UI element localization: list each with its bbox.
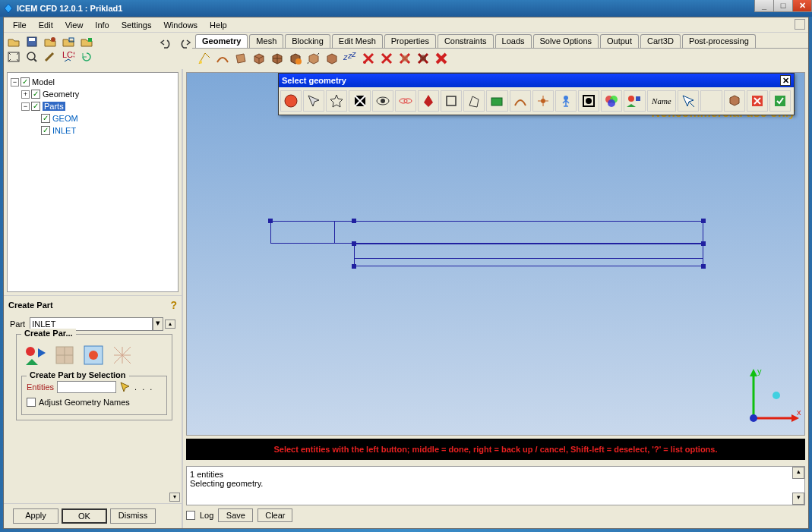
create-assembly-icon[interactable]: [52, 342, 77, 368]
viewport-3d[interactable]: Select geometry ✕: [186, 72, 805, 436]
repair-icon[interactable]: [286, 50, 305, 67]
create-faceted-icon[interactable]: [268, 50, 286, 67]
create-by-region-icon[interactable]: [81, 342, 106, 368]
scroll-down-icon[interactable]: ▾: [792, 493, 804, 505]
menu-windows[interactable]: Windows: [157, 19, 204, 31]
select-all-icon[interactable]: [326, 90, 347, 112]
apply-button[interactable]: Apply: [13, 508, 58, 524]
menu-info[interactable]: Info: [89, 19, 115, 31]
save-icon[interactable]: [24, 34, 40, 49]
zoom-icon[interactable]: [24, 49, 40, 65]
ok-button[interactable]: OK: [62, 508, 107, 524]
expand-icon[interactable]: −: [11, 78, 19, 87]
select-body-icon[interactable]: [555, 90, 577, 112]
tab-output[interactable]: Output: [600, 34, 639, 48]
delete-body-icon[interactable]: [414, 50, 432, 67]
open-block-icon[interactable]: [78, 34, 95, 49]
create-body-icon[interactable]: [250, 50, 268, 67]
clear-log-button[interactable]: Clear: [258, 508, 292, 522]
tree-geom[interactable]: ✓ GEOM: [11, 112, 175, 124]
log-text[interactable]: 1 entities Selecting geometry. ▴ ▾: [186, 466, 805, 505]
create-point-icon[interactable]: [195, 50, 213, 67]
geom-handle[interactable]: [268, 219, 273, 223]
dismiss-button[interactable]: Dismiss: [110, 508, 156, 524]
select-curve-icon[interactable]: [510, 90, 531, 112]
geom-handle[interactable]: [701, 219, 706, 223]
menu-help[interactable]: Help: [204, 19, 233, 31]
measure-icon[interactable]: [42, 49, 58, 65]
create-by-mesh-icon[interactable]: [109, 342, 135, 368]
help-icon[interactable]: ?: [170, 299, 177, 311]
tab-post[interactable]: Post-processing: [682, 34, 756, 48]
geom-handle[interactable]: [701, 241, 706, 246]
undo-icon[interactable]: [159, 36, 174, 51]
check-icon[interactable]: ✓: [21, 77, 30, 87]
refresh-icon[interactable]: [78, 49, 95, 65]
scroll-up-icon[interactable]: ▴: [792, 467, 804, 479]
select-linked-icon[interactable]: [395, 90, 416, 112]
delete-surface-icon[interactable]: [396, 50, 414, 67]
tab-solve[interactable]: Solve Options: [533, 34, 599, 48]
tree-inlet[interactable]: ✓ INLET: [11, 124, 175, 137]
tab-properties[interactable]: Properties: [384, 34, 436, 48]
delete-point-icon[interactable]: [359, 50, 378, 67]
select-flood-icon[interactable]: [418, 90, 439, 112]
open-mesh-icon[interactable]: [60, 34, 77, 49]
menu-view[interactable]: View: [59, 19, 90, 31]
minimize-button[interactable]: _: [754, 0, 774, 12]
geom-handle[interactable]: [701, 264, 706, 269]
tree-model[interactable]: − ✓ Model: [11, 76, 175, 88]
accept-icon[interactable]: [678, 90, 699, 112]
tab-mesh[interactable]: Mesh: [249, 34, 283, 48]
open-icon[interactable]: [5, 34, 22, 49]
geometry-rect-bot[interactable]: [354, 244, 703, 266]
geometry-rect-left[interactable]: [270, 221, 335, 244]
select-mode-icon[interactable]: [280, 90, 302, 112]
check-icon[interactable]: ✓: [41, 114, 50, 123]
tab-loads[interactable]: Loads: [495, 34, 532, 48]
more-icon[interactable]: . . .: [134, 382, 153, 392]
undo-select-icon[interactable]: [724, 90, 745, 112]
model-tree[interactable]: − ✓ Model + ✓ Geometry − ✓ Parts ✓ GEOM: [7, 72, 179, 292]
scroll-down-icon[interactable]: ▾: [169, 493, 180, 502]
log-checkbox[interactable]: [186, 511, 195, 520]
save-log-button[interactable]: Save: [218, 508, 253, 522]
done-icon[interactable]: [769, 90, 791, 112]
menu-edit[interactable]: Edit: [33, 19, 59, 31]
delete-all-icon[interactable]: [432, 50, 450, 67]
cancel-icon[interactable]: [747, 90, 768, 112]
lcs-icon[interactable]: LCS: [60, 49, 77, 65]
expand-icon[interactable]: +: [21, 90, 30, 99]
tab-constraints[interactable]: Constraints: [438, 34, 494, 48]
geom-handle[interactable]: [352, 219, 356, 223]
restore-dormant-icon[interactable]: [323, 50, 341, 67]
select-none-icon[interactable]: [349, 90, 370, 112]
select-point-icon[interactable]: [532, 90, 554, 112]
create-by-selection-icon[interactable]: [23, 342, 49, 368]
tab-geometry[interactable]: Geometry: [195, 34, 248, 48]
check-icon[interactable]: ✓: [31, 90, 40, 99]
geom-handle[interactable]: [352, 241, 356, 246]
select-box-icon[interactable]: [441, 90, 462, 112]
tab-cart3d[interactable]: Cart3D: [640, 34, 681, 48]
create-curve-icon[interactable]: [213, 50, 232, 67]
pick-cursor-icon[interactable]: [119, 381, 131, 393]
expand-icon[interactable]: −: [21, 102, 30, 111]
tab-blocking[interactable]: Blocking: [285, 34, 330, 48]
entities-input[interactable]: [57, 381, 116, 393]
transform-icon[interactable]: [305, 50, 323, 67]
select-part-icon[interactable]: [578, 90, 599, 112]
sleep-icon[interactable]: zzz: [341, 50, 359, 67]
select-polygon-icon[interactable]: [463, 90, 485, 112]
tree-geometry[interactable]: + ✓ Geometry: [11, 88, 175, 100]
adjust-checkbox[interactable]: [27, 398, 36, 407]
tab-editmesh[interactable]: Edit Mesh: [332, 34, 383, 48]
select-geom-close-icon[interactable]: ✕: [780, 75, 791, 86]
geometry-rect-top[interactable]: [270, 221, 703, 244]
delete-curve-icon[interactable]: [378, 50, 396, 67]
menu-file[interactable]: File: [7, 19, 33, 31]
fit-icon[interactable]: [5, 49, 22, 65]
check-icon[interactable]: ✓: [41, 126, 50, 135]
shapes-icon[interactable]: [624, 90, 645, 112]
tree-parts[interactable]: − ✓ Parts: [11, 100, 175, 112]
